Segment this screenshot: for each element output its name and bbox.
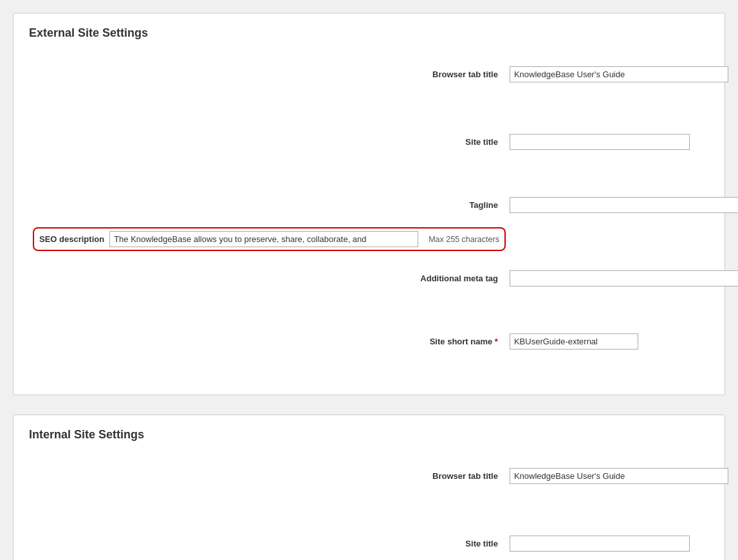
external-short-name-input[interactable]: [510, 333, 638, 350]
external-browser-tab-row: Browser tab title Displays at the top of…: [29, 51, 738, 97]
internal-site-title-input-cell: [506, 498, 738, 560]
external-section-title: External Site Settings: [29, 26, 709, 40]
external-browser-tab-label: Browser tab title: [29, 51, 506, 97]
internal-section-title: Internal Site Settings: [29, 428, 709, 442]
internal-site-title-input[interactable]: [510, 536, 690, 552]
external-seo-spacer: [506, 223, 738, 256]
internal-browser-tab-row: Browser tab title Displays at the top of…: [29, 453, 738, 498]
external-form-table: Browser tab title Displays at the top of…: [29, 51, 738, 382]
external-site-title-label: Site title: [29, 97, 506, 187]
internal-browser-tab-input[interactable]: [510, 468, 728, 484]
external-short-name-required: *: [495, 337, 498, 346]
external-seo-hint: Max 255 characters: [429, 235, 499, 244]
external-browser-tab-input-cell: [506, 51, 738, 97]
external-tagline-label: Tagline: [29, 187, 506, 223]
internal-browser-tab-input-cell: [506, 453, 738, 498]
external-seo-highlight-wrapper: SEO description Max 255 characters: [33, 227, 506, 251]
external-short-name-label: Site short name: [430, 337, 493, 346]
external-site-title-input[interactable]: [510, 134, 690, 150]
external-site-title-input-cell: [506, 97, 738, 187]
external-seo-row: SEO description Max 255 characters: [29, 223, 738, 256]
internal-site-title-row: Site title Displays in the site header l…: [29, 498, 738, 560]
external-short-name-label-cell: Site short name *: [29, 301, 506, 382]
internal-site-settings-section: Internal Site Settings Browser tab title…: [13, 415, 725, 560]
external-meta-input-cell: [506, 256, 738, 301]
external-seo-input[interactable]: [109, 231, 418, 247]
external-site-title-row: Site title Displays in the site header l…: [29, 97, 738, 187]
external-seo-label: SEO description: [39, 234, 104, 244]
internal-browser-tab-label: Browser tab title: [29, 453, 506, 498]
external-meta-input[interactable]: [510, 270, 738, 286]
internal-form-table: Browser tab title Displays at the top of…: [29, 453, 738, 560]
external-meta-row: Additional meta tag Browser parsable but…: [29, 256, 738, 301]
external-short-name-input-cell: [506, 301, 738, 382]
internal-site-title-label: Site title: [29, 498, 506, 560]
external-site-settings-section: External Site Settings Browser tab title…: [13, 13, 725, 395]
external-meta-label: Additional meta tag: [29, 256, 506, 301]
external-tagline-row: Tagline Displays below the site title: [29, 187, 738, 223]
external-tagline-input[interactable]: [510, 197, 738, 213]
external-short-name-row: Site short name * Displays in SiteAccess…: [29, 301, 738, 382]
external-tagline-input-cell: [506, 187, 738, 223]
external-browser-tab-input[interactable]: [510, 66, 728, 82]
external-seo-label-cell: SEO description Max 255 characters: [29, 223, 506, 256]
